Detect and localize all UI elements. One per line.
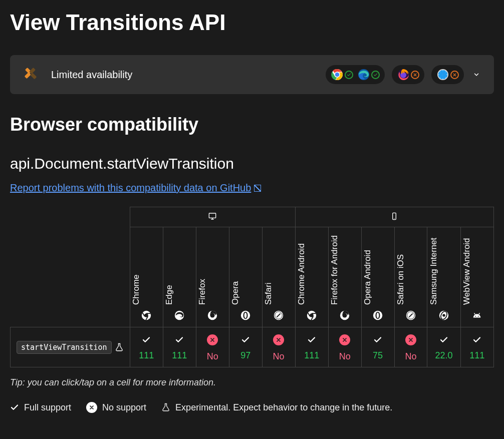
support-value: No (207, 351, 218, 362)
baseline-label: Limited availability (51, 69, 132, 81)
browser-label: Samsung Internet (429, 238, 439, 305)
edge-icon (174, 310, 185, 321)
support-value: 97 (240, 350, 250, 361)
check-icon (307, 335, 316, 344)
x-icon (405, 334, 416, 345)
mobile-icon (389, 212, 399, 220)
browser-label: Safari on iOS (396, 254, 406, 305)
firefox-icon (207, 310, 218, 321)
check-icon (175, 335, 184, 344)
firefox_android-icon (339, 310, 350, 321)
safari-icon (436, 68, 449, 81)
flask-icon (115, 343, 124, 352)
webview_android-icon (471, 310, 482, 321)
support-cell[interactable]: No (394, 327, 427, 367)
opera-icon (240, 310, 251, 321)
browser-support-pill (392, 65, 424, 84)
support-cell[interactable]: 111 (130, 327, 163, 367)
baseline-browser-pills (326, 65, 482, 84)
x-icon (273, 334, 284, 345)
x-icon (339, 334, 350, 345)
browser-header-chrome_android: Chrome Android (295, 227, 328, 327)
browser-label: Safari (264, 283, 274, 305)
chrome-badge (331, 68, 353, 81)
x-icon (207, 334, 218, 345)
check-icon (472, 335, 481, 344)
browser-label: WebView Android (462, 238, 472, 305)
browser-support-pill (431, 65, 464, 84)
browser-header-edge: Edge (163, 227, 196, 327)
support-value: No (339, 351, 351, 362)
support-cell[interactable]: 75 (361, 327, 394, 367)
opera_android-icon (372, 310, 383, 321)
browser-label: Opera (230, 281, 240, 305)
support-cell[interactable]: No (196, 327, 229, 367)
api-path: api.Document.startViewTransition (10, 155, 494, 172)
browser-label: Firefox (197, 279, 207, 305)
x-icon (411, 71, 419, 79)
table-row: startViewTransition 111 111 No 97 No 111… (11, 327, 494, 367)
legend-none-label: No support (102, 402, 146, 413)
browser-support-pill (326, 65, 385, 84)
support-cell[interactable]: 111 (163, 327, 196, 367)
section-title: Browser compatibility (10, 114, 494, 135)
support-value: 111 (469, 350, 484, 361)
report-issue-link-text: Report problems with this compatibility … (10, 182, 251, 194)
page-title: View Transitions API (10, 10, 494, 35)
report-issue-link[interactable]: Report problems with this compatibility … (10, 182, 261, 194)
firefox-badge (397, 68, 419, 81)
legend-experimental: Experimental. Expect behavior to change … (161, 402, 392, 413)
support-cell[interactable]: 22.0 (427, 327, 460, 367)
check-icon (439, 335, 448, 344)
browser-header-chrome: Chrome (130, 227, 163, 327)
browser-header-opera: Opera (229, 227, 262, 327)
support-value: 22.0 (435, 350, 453, 361)
feature-name: startViewTransition (17, 341, 112, 354)
check-icon (142, 335, 151, 344)
legend-full-label: Full support (24, 402, 71, 413)
chrome-icon (331, 68, 344, 81)
legend-experimental-label: Experimental. Expect behavior to change … (175, 402, 392, 413)
support-value: No (405, 351, 416, 362)
edge-badge (357, 68, 380, 81)
desktop-platform-header (130, 207, 295, 227)
legend: Full support No support Experimental. Ex… (10, 402, 494, 413)
check-icon (241, 335, 250, 344)
firefox-icon (397, 68, 410, 81)
browser-header-safari_ios: Safari on iOS (394, 227, 427, 327)
support-value: 111 (172, 350, 187, 361)
browser-header-firefox_android: Firefox for Android (328, 227, 361, 327)
safari-badge (436, 68, 459, 81)
browser-label: Chrome Android (297, 243, 307, 305)
baseline-limited-icon (22, 68, 42, 82)
table-corner (11, 207, 130, 327)
legend-no-support: No support (86, 402, 146, 413)
check-icon (371, 71, 380, 79)
check-icon (373, 335, 382, 344)
support-value: 111 (304, 350, 319, 361)
support-value: No (273, 351, 285, 362)
browser-header-opera_android: Opera Android (361, 227, 394, 327)
desktop-icon (207, 212, 217, 220)
browser-header-webview_android: WebView Android (460, 227, 493, 327)
browser-label: Firefox for Android (330, 235, 340, 305)
x-icon (450, 71, 459, 79)
compat-table: Chrome Edge Firefox Opera Safari Chrome … (10, 207, 494, 367)
support-cell[interactable]: 97 (229, 327, 262, 367)
support-cell[interactable]: No (328, 327, 361, 367)
check-icon (345, 71, 353, 79)
table-tip: Tip: you can click/tap on a cell for mor… (10, 377, 494, 388)
support-value: 111 (139, 350, 154, 361)
browser-label: Edge (164, 285, 174, 305)
browser-label: Chrome (131, 275, 141, 305)
safari_ios-icon (405, 310, 416, 321)
samsung_internet-icon (438, 310, 449, 321)
mobile-platform-header (295, 207, 493, 227)
edge-icon (357, 68, 370, 81)
baseline-banner: Limited availability (10, 55, 494, 94)
feature-cell: startViewTransition (11, 327, 130, 367)
support-cell[interactable]: 111 (295, 327, 328, 367)
expand-baseline-button[interactable] (471, 69, 482, 80)
support-cell[interactable]: No (262, 327, 295, 367)
support-cell[interactable]: 111 (460, 327, 493, 367)
